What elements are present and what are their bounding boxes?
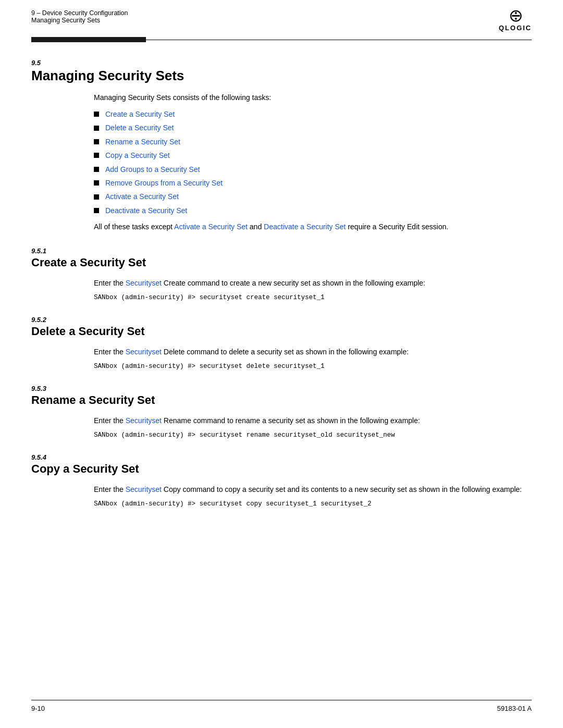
link-copy-security-set[interactable]: Copy a Security Set (105, 150, 170, 161)
note-prefix: All of these tasks except (94, 223, 174, 231)
section-951-number-block: 9.5.1 Create a Security Set (31, 247, 532, 269)
section-954-number-block: 9.5.4 Copy a Security Set (31, 453, 532, 476)
list-item: Activate a Security Set (94, 191, 532, 202)
section-951-link[interactable]: Securityset (126, 279, 162, 287)
bullet-icon (94, 139, 99, 144)
list-item: Create a Security Set (94, 108, 532, 120)
section-95-heading: Managing Security Sets (31, 68, 532, 84)
section-954-code: SANbox (admin-security) #> securityset c… (94, 500, 532, 508)
body-suffix: Delete command to delete a security set … (162, 348, 409, 356)
body-prefix: Enter the (94, 348, 126, 356)
body-suffix: Copy command to copy a security set and … (162, 485, 522, 493)
section-953-number-block: 9.5.3 Rename a Security Set (31, 385, 532, 407)
section-953: 9.5.3 Rename a Security Set Enter the Se… (31, 385, 532, 439)
link-activate[interactable]: Activate a Security Set (105, 191, 179, 202)
bullet-icon (94, 180, 99, 186)
list-item: Copy a Security Set (94, 150, 532, 161)
section-953-code: SANbox (admin-security) #> securityset r… (94, 431, 532, 439)
note-link-activate[interactable]: Activate a Security Set (174, 223, 248, 231)
section-952-code: SANbox (admin-security) #> securityset d… (94, 363, 532, 370)
body-prefix: Enter the (94, 485, 126, 493)
section-95-number: 9.5 (31, 59, 532, 67)
section-951-number: 9.5.1 (31, 247, 532, 255)
section-951-heading: Create a Security Set (31, 256, 532, 269)
section-953-body: Enter the Securityset Rename command to … (94, 415, 532, 426)
note-link-deactivate[interactable]: Deactivate a Security Set (264, 223, 346, 231)
footer-doc-number: 59183-01 A (497, 705, 532, 712)
section-953-heading: Rename a Security Set (31, 393, 532, 407)
link-deactivate[interactable]: Deactivate a Security Set (105, 205, 187, 216)
list-item: Rename a Security Set (94, 136, 532, 147)
list-item: Delete a Security Set (94, 122, 532, 133)
section-954-heading: Copy a Security Set (31, 462, 532, 476)
main-content: 9.5 Managing Security Sets Managing Secu… (0, 43, 563, 564)
bullet-icon (94, 126, 99, 131)
note-middle: and (248, 223, 264, 231)
section-954-link[interactable]: Securityset (126, 485, 162, 493)
bullet-icon (94, 208, 99, 213)
section-95-list: Create a Security Set Delete a Security … (94, 108, 532, 216)
logo: ⨸ QLOGIC (499, 9, 532, 32)
logo-icon: ⨸ (510, 9, 520, 24)
section-952-number-block: 9.5.2 Delete a Security Set (31, 316, 532, 338)
section-95-intro: Managing Security Sets consists of the f… (94, 92, 532, 103)
section-954: 9.5.4 Copy a Security Set Enter the Secu… (31, 453, 532, 508)
page-header: 9 – Device Security Configuration Managi… (0, 0, 563, 35)
section-952-heading: Delete a Security Set (31, 325, 532, 338)
list-item: Add Groups to a Security Set (94, 164, 532, 175)
section-95: 9.5 Managing Security Sets Managing Secu… (31, 59, 532, 232)
section-952: 9.5.2 Delete a Security Set Enter the Se… (31, 316, 532, 370)
section-951: 9.5.1 Create a Security Set Enter the Se… (31, 247, 532, 301)
footer-page-number: 9-10 (31, 705, 45, 712)
list-item: Remove Groups from a Security Set (94, 177, 532, 189)
bullet-icon (94, 112, 99, 117)
body-prefix: Enter the (94, 416, 126, 425)
header-text: 9 – Device Security Configuration Managi… (31, 9, 128, 24)
header-rule-dark (31, 37, 146, 42)
header-rule-light (146, 40, 532, 41)
note-suffix: require a Security Edit session. (346, 223, 448, 231)
page-footer: 9-10 59183-01 A (31, 700, 532, 712)
section-95-note: All of these tasks except Activate a Sec… (94, 221, 532, 232)
bullet-icon (94, 153, 99, 158)
header-section: Managing Security Sets (31, 17, 128, 24)
section-953-number: 9.5.3 (31, 385, 532, 392)
section-95-number-block: 9.5 Managing Security Sets (31, 59, 532, 84)
header-rule (0, 35, 563, 43)
section-954-body: Enter the Securityset Copy command to co… (94, 484, 532, 495)
bullet-icon (94, 167, 99, 172)
list-item: Deactivate a Security Set (94, 205, 532, 216)
body-prefix: Enter the (94, 279, 126, 287)
logo-wordmark: QLOGIC (499, 24, 532, 32)
body-suffix: Rename command to rename a security set … (162, 416, 420, 425)
link-delete-security-set[interactable]: Delete a Security Set (105, 122, 174, 133)
link-remove-groups[interactable]: Remove Groups from a Security Set (105, 177, 223, 189)
link-rename-security-set[interactable]: Rename a Security Set (105, 136, 180, 147)
section-951-body: Enter the Securityset Create command to … (94, 278, 532, 289)
link-add-groups[interactable]: Add Groups to a Security Set (105, 164, 200, 175)
section-951-code: SANbox (admin-security) #> securityset c… (94, 294, 532, 301)
section-952-body: Enter the Securityset Delete command to … (94, 347, 532, 357)
bullet-icon (94, 194, 99, 200)
link-create-security-set[interactable]: Create a Security Set (105, 108, 175, 120)
section-952-link[interactable]: Securityset (126, 348, 162, 356)
section-952-number: 9.5.2 (31, 316, 532, 324)
body-suffix: Create command to create a new security … (162, 279, 425, 287)
header-chapter: 9 – Device Security Configuration (31, 9, 128, 17)
section-953-link[interactable]: Securityset (126, 416, 162, 425)
section-954-number: 9.5.4 (31, 453, 532, 461)
